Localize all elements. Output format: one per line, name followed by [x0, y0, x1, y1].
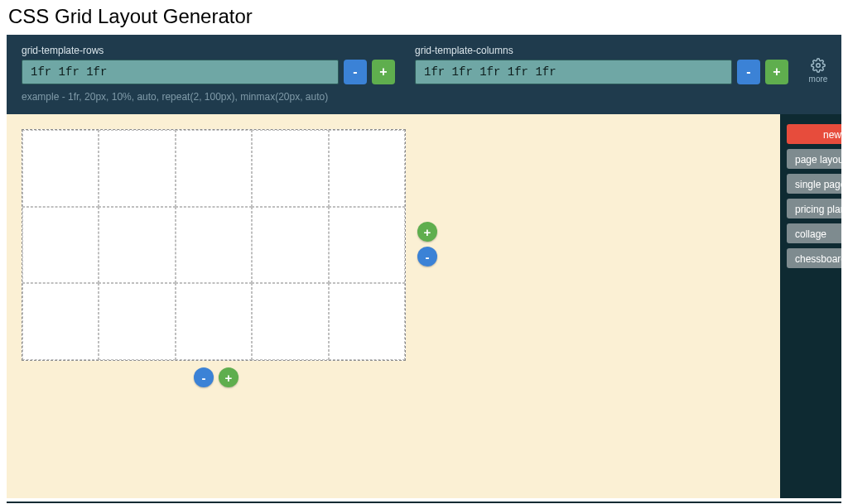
grid-cell[interactable] [252, 207, 328, 284]
more-options[interactable]: more [808, 45, 828, 84]
rows-group: grid-template-rows - + example - 1fr, 20… [22, 45, 395, 103]
add-column-button[interactable]: + [417, 222, 437, 242]
remove-column-button[interactable]: - [417, 247, 437, 266]
preset-new-button[interactable]: new [787, 124, 841, 144]
grid-cell[interactable] [99, 130, 175, 207]
preset-collage-button[interactable]: collage [787, 223, 841, 243]
preset-sidebar: newpage layoutsingle pagepricing plancol… [780, 114, 841, 498]
grid-cell[interactable] [176, 283, 252, 360]
rows-label: grid-template-rows [22, 45, 395, 56]
preset-page-layout-button[interactable]: page layout [787, 149, 841, 169]
grid-cell[interactable] [329, 130, 405, 207]
main-area: + - - + newpage layoutsingle pagepricing… [7, 114, 841, 498]
cols-label: grid-template-columns [415, 45, 788, 56]
remove-row-button[interactable]: - [194, 367, 214, 387]
grid-cell[interactable] [22, 283, 99, 360]
gear-icon [811, 58, 826, 73]
grid-cell[interactable] [99, 283, 175, 360]
grid-cell[interactable] [22, 130, 99, 207]
grid-cell[interactable] [329, 207, 405, 284]
cols-group: grid-template-columns - + [415, 45, 788, 84]
page-title: CSS Grid Layout Generator [0, 0, 848, 35]
rows-row: - + [22, 60, 395, 84]
cols-add-button[interactable]: + [765, 60, 788, 84]
topbar: grid-template-rows - + example - 1fr, 20… [7, 35, 841, 114]
rows-add-button[interactable]: + [372, 60, 395, 84]
preset-chessboard-button[interactable]: chessboard [787, 248, 841, 268]
svg-point-0 [817, 64, 821, 68]
grid-cell[interactable] [176, 207, 252, 284]
add-row-button[interactable]: + [219, 367, 238, 387]
grid-cell[interactable] [329, 283, 405, 360]
row-controls: - + [194, 367, 238, 387]
bottom-divider [7, 502, 841, 503]
example-hint: example - 1fr, 20px, 10%, auto, repeat(2… [22, 91, 395, 103]
cols-row: - + [415, 60, 788, 84]
rows-remove-button[interactable]: - [344, 60, 367, 84]
grid-cell[interactable] [99, 207, 175, 284]
grid-cell[interactable] [22, 207, 99, 284]
grid-cell[interactable] [252, 283, 328, 360]
more-label: more [809, 74, 828, 84]
column-controls: + - [417, 222, 437, 266]
canvas-area: + - - + [7, 114, 780, 498]
grid-template-rows-input[interactable] [22, 60, 339, 84]
cols-remove-button[interactable]: - [737, 60, 760, 84]
grid-preview[interactable] [22, 129, 406, 361]
grid-cell[interactable] [176, 130, 252, 207]
preset-single-page-button[interactable]: single page [787, 174, 841, 194]
preset-pricing-plan-button[interactable]: pricing plan [787, 199, 841, 218]
grid-template-columns-input[interactable] [415, 60, 732, 84]
grid-cell[interactable] [252, 130, 328, 207]
